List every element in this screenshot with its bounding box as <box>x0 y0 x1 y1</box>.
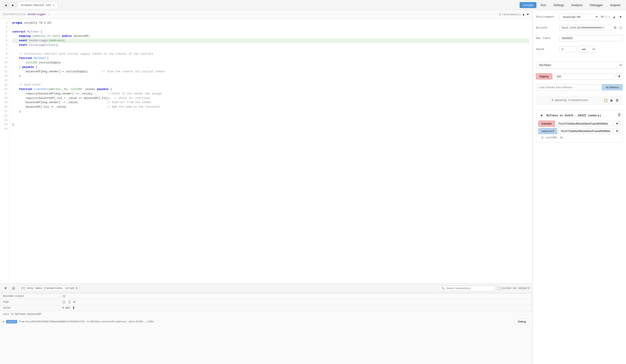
account-expand-btn[interactable]: ⬡ <box>619 25 623 30</box>
load-contract-row: At Address <box>536 84 623 90</box>
run-button[interactable]: Run <box>538 2 549 8</box>
vm-badge: VM (-) <box>601 16 610 18</box>
transfer-input[interactable] <box>556 121 612 127</box>
arrow-icon: → <box>48 13 49 16</box>
balance-of-button[interactable]: balanceOf <box>538 128 557 134</box>
right-sidebar: Environment JavaScript VM VM (-) ▲ ▼ Acc… <box>532 10 626 364</box>
clear-btn[interactable]: ⊘ <box>11 286 16 291</box>
at-address-button[interactable]: At Address <box>602 84 623 90</box>
save-pending-btn[interactable]: 📋 <box>603 98 608 103</box>
vm-up-btn[interactable]: ▲ <box>612 15 616 19</box>
balance-of-input[interactable] <box>558 128 612 134</box>
debug-button[interactable]: Debug <box>515 319 529 325</box>
vm-down-btn[interactable]: ▼ <box>618 15 623 19</box>
code-line: require(balanceOf[msg.sender] >= _value)… <box>12 92 529 96</box>
transfer-expand-btn[interactable]: ▼ <box>614 121 620 127</box>
support-button[interactable]: Support <box>607 2 624 8</box>
file-tab[interactable]: browser/ballot.sol ✕ <box>18 2 58 8</box>
forward-button[interactable]: ▶ <box>10 2 16 8</box>
environment-label: Environment <box>536 15 557 18</box>
deploy-input[interactable] <box>554 73 614 79</box>
bottom-panel: ▼ ⊘ [2] only remix transactions, script … <box>0 283 532 364</box>
account-input[interactable] <box>559 25 611 30</box>
value-input[interactable] <box>559 46 576 52</box>
cursor-icon: ▌ <box>73 306 75 309</box>
call-detail-row: ▶ [call] from:0xca35b7d915458ef540ade606… <box>0 317 532 326</box>
code-line <box>12 114 529 118</box>
code-line: balanceOf[msg.sender] -= _value; // Subt… <box>12 100 529 105</box>
listen-network-checkbox[interactable] <box>497 287 500 290</box>
code-line: ) payable { <box>12 65 529 70</box>
top-bar: ◀ ▶ browser/ballot.sol ✕ Compile Run Set… <box>0 0 626 10</box>
table-row: logs [] 📋 ⧉ <box>0 299 532 305</box>
contract-select[interactable]: MyToken <box>536 62 623 69</box>
decoded-output-label: decoded output <box>0 293 60 299</box>
filter-chevron-icon: ▼ <box>76 287 77 290</box>
copy2-icon[interactable]: ⧉ <box>74 301 75 304</box>
pending-icons: 📋 ▶ 🗑 <box>603 98 619 103</box>
search-input[interactable] <box>446 287 493 290</box>
code-line: contract MyToken { <box>12 30 529 34</box>
code-content[interactable]: pragma solidity ^0.4.16; contract MyToke… <box>9 19 532 283</box>
environment-row: Environment JavaScript VM VM (-) ▲ ▼ <box>536 14 623 20</box>
code-line: pragma solidity ^0.4.16; <box>12 21 529 25</box>
call-info: call to MyToken.balanceOf <box>0 311 532 317</box>
code-line: function transfer(address _to, uint256 _… <box>12 87 529 92</box>
contract-select-row: MyToken <box>536 62 623 69</box>
code-line: // Initializes contract with initial sup… <box>12 52 529 56</box>
bottom-toolbar: ▼ ⊘ [2] only remix transactions, script … <box>0 283 532 293</box>
bottom-content: decoded output {} logs [] 📋 ⧉ value <box>0 293 532 364</box>
compile-button[interactable]: Compile <box>520 2 536 8</box>
code-line: balanceOf[msg.sender] = initialSupply; /… <box>12 70 529 74</box>
collapse-btn[interactable]: ▼ <box>2 286 8 291</box>
trash-pending-btn[interactable]: 🗑 <box>615 98 619 103</box>
ref-down-btn[interactable]: ▼ <box>526 13 529 16</box>
close-tab-icon[interactable]: ✕ <box>53 3 54 7</box>
ref-up-btn[interactable]: ▲ <box>522 13 525 16</box>
environment-select[interactable]: JavaScript VM <box>559 14 599 20</box>
account-row: Account ⧉ ⬡ <box>536 25 623 30</box>
nav-buttons: ◀ ▶ <box>2 2 16 8</box>
account-copy-btn[interactable]: ⧉ <box>613 25 617 30</box>
search-icon: 🔍 <box>441 287 445 290</box>
balance-of-expand-btn[interactable]: ▼ <box>614 128 620 134</box>
gas-limit-row: Gas limit <box>536 35 623 41</box>
copy-icon[interactable]: 📋 <box>68 301 71 304</box>
deploy-button[interactable]: Deploy <box>536 73 552 79</box>
code-line <box>12 127 529 131</box>
back-button[interactable]: ◀ <box>2 2 9 8</box>
value-unit-select[interactable]: wei <box>579 46 596 53</box>
expand-call-icon[interactable]: ▶ <box>3 320 4 323</box>
top-menu: Compile Run Settings Analysis Debugger S… <box>520 2 624 8</box>
code-line <box>12 47 529 52</box>
analysis-button[interactable]: Analysis <box>568 2 585 8</box>
deployed-section: ✕ ▼ MyToken at 0xdc0...46222 (memory) ⧉ … <box>536 110 623 143</box>
table-row: decoded output {} <box>0 293 532 299</box>
editor-area: EventDefinition SenderLogger → 0 referen… <box>0 10 532 364</box>
search-box[interactable]: 🔍 <box>439 286 495 291</box>
table-row: value 0 wei ▌ <box>0 305 532 311</box>
code-editor[interactable]: 12345 678910 1112131415 1617181920 21222… <box>0 19 532 283</box>
logs-label: logs <box>0 299 60 305</box>
tx-filter[interactable]: [2] only remix transactions, script ▼ <box>19 286 79 291</box>
deployed-toggle-btn[interactable]: ▼ <box>538 112 545 118</box>
main-layout: EventDefinition SenderLogger → 0 referen… <box>0 10 626 364</box>
deploy-expand-btn[interactable]: ▼ <box>616 73 623 79</box>
pending-text: 0 pending transactions <box>539 99 601 102</box>
code-line: balanceOf[_to] += _value; // Add the sam… <box>12 105 529 109</box>
output-table: decoded output {} logs [] 📋 ⧉ value <box>0 293 532 311</box>
load-contract-input[interactable] <box>536 84 602 90</box>
close-deployed-btn[interactable]: ✕ <box>618 112 621 116</box>
divider <box>536 58 623 58</box>
settings-button[interactable]: Settings <box>550 2 567 8</box>
ref-count: 0 reference(s) ▲ ▼ <box>499 13 529 16</box>
debugger-button[interactable]: Debugger <box>587 2 606 8</box>
gas-limit-input[interactable] <box>559 35 623 41</box>
transfer-button[interactable]: transfer <box>538 121 555 127</box>
listen-network-row: Listen on network <box>497 287 530 290</box>
editor-header: EventDefinition SenderLogger → 0 referen… <box>0 10 532 19</box>
deploy-row: Deploy ▼ <box>536 73 623 79</box>
play-pending-btn[interactable]: ▶ <box>610 98 613 103</box>
pending-row: 0 pending transactions 📋 ▶ 🗑 <box>536 96 623 105</box>
code-line <box>12 118 529 123</box>
